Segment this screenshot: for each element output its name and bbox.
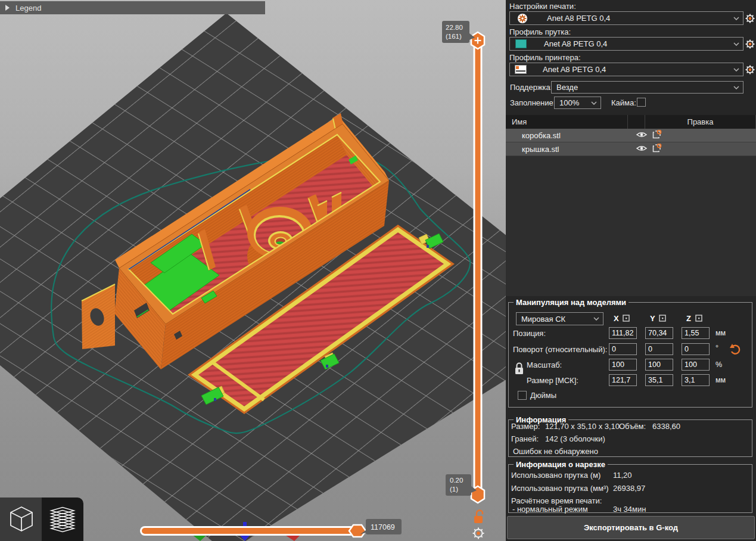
move-slider-tooltip: 117069 xyxy=(360,519,402,534)
filament-color-swatch xyxy=(515,39,527,48)
view-layers-button[interactable] xyxy=(42,498,83,541)
move-slider-handle[interactable] xyxy=(349,525,366,537)
scale-label: Масштаб: xyxy=(527,360,562,369)
info-volume-value: 6338,60 xyxy=(652,422,680,431)
layer-slider-track[interactable] xyxy=(475,36,481,498)
rotation-y-field[interactable] xyxy=(645,343,673,355)
brim-checkbox[interactable] xyxy=(637,98,646,107)
view-3d-button[interactable] xyxy=(0,498,42,541)
layer-slider-settings-gear-icon[interactable] xyxy=(473,528,484,539)
info-size-label: Размер: xyxy=(511,422,540,431)
axis-y-target-icon[interactable] xyxy=(659,315,666,322)
reset-rotation-undo-icon[interactable] xyxy=(729,343,741,355)
rotation-unit: ° xyxy=(715,344,718,352)
filament-used-mm3-label: Использовано прутка (мм³) xyxy=(511,484,609,493)
visibility-eye-icon[interactable] xyxy=(636,131,647,138)
column-name: Имя xyxy=(506,115,628,129)
rotation-label: Поворот (относительный): xyxy=(513,345,607,354)
filament-used-m-label: Использовано прутка (м) xyxy=(511,471,601,480)
filament-profile-dropdown[interactable]: Anet A8 PETG 0,4 xyxy=(509,37,743,51)
info-size-value: 121,70 x 35,10 x 3,10 xyxy=(545,422,620,431)
printer-profile-dropdown[interactable]: Anet A8 PETG 0,4 xyxy=(509,63,743,76)
info-volume-label: Объём: xyxy=(619,422,646,431)
chevron-down-icon xyxy=(733,86,739,89)
axis-x-target-icon[interactable] xyxy=(623,315,630,322)
position-z-field[interactable] xyxy=(682,327,710,339)
axis-z-header: Z xyxy=(686,314,691,323)
filament-profile-value: Anet A8 PETG 0,4 xyxy=(544,39,607,48)
normal-mode-value: 3ч 34мин xyxy=(613,505,646,514)
export-gcode-button[interactable]: Экспортировать в G-код xyxy=(507,516,755,539)
coordinate-system-value: Мировая СК xyxy=(521,315,565,324)
inches-label: Дюймы xyxy=(530,391,556,400)
chevron-down-icon xyxy=(733,68,739,71)
edit-object-icon[interactable] xyxy=(652,130,662,139)
position-x-field[interactable] xyxy=(609,327,637,339)
chevron-down-icon xyxy=(591,101,597,105)
print-settings-label: Настройки печати: xyxy=(509,2,576,11)
3d-viewport[interactable]: 22.80 (161) 0.20 (1) xyxy=(0,0,506,541)
svg-text:(161): (161) xyxy=(446,33,462,40)
table-row[interactable]: крышка.stl xyxy=(506,142,756,156)
info-facets-label: Граней: xyxy=(511,434,539,443)
size-unit: мм xyxy=(715,376,726,384)
filament-gear-icon[interactable] xyxy=(745,39,755,49)
printer-icon xyxy=(515,65,527,74)
uniform-scale-lock-icon[interactable] xyxy=(514,362,524,376)
info-status: Ошибок не обнаружено xyxy=(513,447,598,456)
visibility-eye-icon[interactable] xyxy=(636,145,647,152)
filament-used-m-value: 11,20 xyxy=(613,471,632,480)
support-value: Везде xyxy=(556,83,578,92)
size-z-field[interactable] xyxy=(682,374,710,386)
settings-panel: Настройки печати: Anet A8 PETG 0,4 xyxy=(506,0,756,541)
layer-range-lock-icon[interactable] xyxy=(474,510,483,523)
print-settings-value: Anet A8 PETG 0,4 xyxy=(547,14,610,23)
size-y-field[interactable] xyxy=(645,374,673,386)
svg-text:0.20: 0.20 xyxy=(450,477,463,484)
filament-profile-label: Профиль прутка: xyxy=(509,27,571,36)
filament-used-mm3-value: 26938,97 xyxy=(613,484,645,493)
position-y-field[interactable] xyxy=(645,327,673,339)
svg-text:117069: 117069 xyxy=(371,523,395,531)
print-settings-dropdown[interactable]: Anet A8 PETG 0,4 xyxy=(509,11,743,25)
manipulation-title: Манипуляция над моделями xyxy=(516,298,626,307)
slicer-window: 22.80 (161) 0.20 (1) xyxy=(0,0,756,541)
svg-text:22.80: 22.80 xyxy=(446,24,463,31)
column-visibility xyxy=(628,115,645,129)
print-settings-gear-icon[interactable] xyxy=(745,13,755,24)
normal-mode-label: - нормальный режим xyxy=(512,505,588,514)
brim-label: Кайма: xyxy=(611,98,636,107)
cube-icon xyxy=(0,498,42,541)
objects-table-header: Имя Правка xyxy=(506,115,756,129)
expand-arrow-icon xyxy=(5,5,10,11)
support-label: Поддержка: xyxy=(510,83,552,92)
rotation-x-field[interactable] xyxy=(609,343,637,355)
legend-panel-header[interactable]: Legend xyxy=(0,1,265,14)
coordinate-system-dropdown[interactable]: Мировая СК xyxy=(516,312,603,325)
printer-profile-label: Профиль принтера: xyxy=(509,53,581,62)
rotation-z-field[interactable] xyxy=(682,343,710,355)
layer-slider-top-tooltip: 22.80 (161) xyxy=(442,21,475,43)
print-time-label: Расчётное время печати: xyxy=(511,496,602,505)
support-dropdown[interactable]: Везде xyxy=(551,81,743,94)
printer-gear-icon[interactable] xyxy=(745,64,755,75)
object-name: коробка.stl xyxy=(506,131,636,140)
scale-x-field[interactable] xyxy=(609,359,637,371)
table-row[interactable]: коробка.stl xyxy=(506,129,756,142)
infill-dropdown[interactable]: 100% xyxy=(554,97,601,109)
inches-checkbox[interactable] xyxy=(518,391,527,400)
move-slider-track[interactable] xyxy=(142,528,363,534)
axis-z-target-icon[interactable] xyxy=(695,315,702,322)
edit-object-icon[interactable] xyxy=(652,144,662,153)
axis-y-header: Y xyxy=(650,314,655,323)
print-settings-icon xyxy=(512,13,533,24)
size-x-field[interactable] xyxy=(609,374,637,386)
3d-scene[interactable]: 22.80 (161) 0.20 (1) xyxy=(0,0,506,541)
slice-info-title: Информация о нарезке xyxy=(516,460,605,469)
move-slider[interactable] xyxy=(140,525,366,537)
scale-y-field[interactable] xyxy=(645,359,673,371)
printer-profile-value: Anet A8 PETG 0,4 xyxy=(543,65,606,74)
info-facets-value: 142 (3 оболочки) xyxy=(545,434,605,443)
axis-x-header: X xyxy=(614,314,619,323)
scale-z-field[interactable] xyxy=(682,359,710,371)
